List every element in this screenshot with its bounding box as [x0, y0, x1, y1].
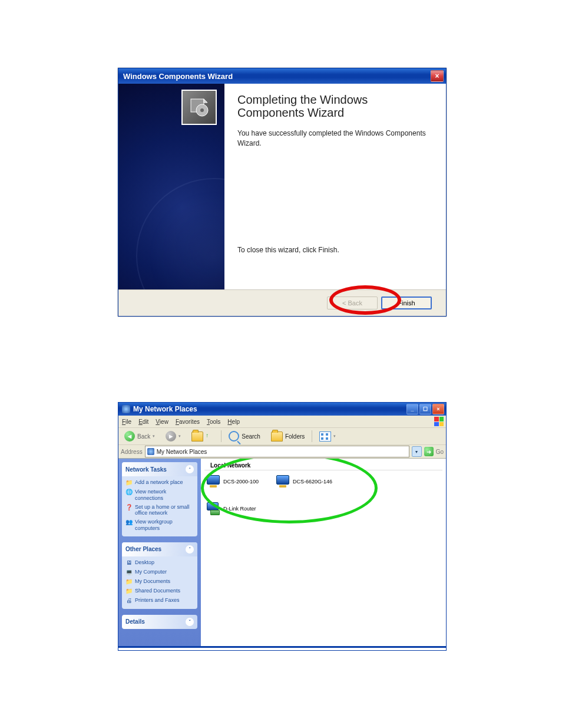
go-label[interactable]: Go: [436, 449, 444, 455]
menu-help[interactable]: Help: [227, 419, 240, 425]
desktop-icon: 🖥: [125, 559, 133, 566]
forward-button: ► ▾: [162, 430, 184, 443]
explorer-titlebar[interactable]: My Network Places _ ☐ ×: [118, 403, 446, 416]
menu-bar: File Edit View Favorites Tools Help: [118, 416, 446, 428]
chevron-up-icon: ˆ: [186, 465, 194, 473]
wizard-message: You have successfully completed the Wind…: [237, 129, 433, 149]
menu-file[interactable]: File: [122, 419, 131, 425]
menu-tools[interactable]: Tools: [207, 419, 220, 425]
wizard-body: Completing the Windows Components Wizard…: [118, 84, 446, 289]
wizard-title: Windows Components Wizard: [123, 72, 233, 81]
up-button[interactable]: ↑: [188, 430, 217, 443]
menu-edit[interactable]: Edit: [138, 419, 148, 425]
other-place-my-computer[interactable]: 💻 My Computer: [125, 569, 194, 576]
task-view-workgroup[interactable]: 👥 View workgroup computers: [125, 519, 194, 532]
network-device-item[interactable]: DCS-6620G-146: [276, 475, 332, 488]
content-section-title: Local Network: [204, 460, 442, 470]
folder-icon: [271, 431, 283, 442]
address-dropdown-icon[interactable]: ▾: [412, 446, 422, 457]
wizard-content: Completing the Windows Components Wizard…: [224, 84, 446, 289]
close-button[interactable]: ×: [432, 404, 444, 414]
shared-folder-icon: 📁: [125, 588, 133, 595]
setup-network-icon: ❓: [125, 504, 133, 511]
network-tasks-header[interactable]: Network Tasks ˆ: [122, 462, 197, 476]
wizard-button-bar: < Back Finish: [118, 289, 446, 316]
back-arrow-icon: ◄: [124, 431, 135, 442]
svg-point-3: [200, 108, 204, 112]
back-button: < Back: [327, 297, 378, 309]
other-places-header[interactable]: Other Places ˆ: [122, 542, 197, 556]
documents-icon: 📁: [125, 578, 133, 585]
router-icon: [207, 502, 220, 515]
other-place-printers[interactable]: 🖨 Printers and Faxes: [125, 597, 194, 604]
address-bar: Address My Network Places ▾ ➜ Go: [118, 445, 446, 459]
folder-up-icon: [191, 431, 203, 442]
menu-view[interactable]: View: [156, 419, 168, 425]
icon-list: DCS-2000-100 DCS-6620G-146 D-Link Router: [201, 474, 446, 516]
add-place-icon: 📁: [125, 479, 133, 486]
finish-button[interactable]: Finish: [381, 297, 432, 309]
printer-icon: 🖨: [125, 597, 133, 604]
network-device-icon: [276, 475, 289, 488]
views-button[interactable]: ▾: [316, 430, 339, 443]
maximize-button[interactable]: ☐: [419, 404, 431, 414]
task-view-connections[interactable]: 🌐 View network connections: [125, 489, 194, 502]
views-icon: [319, 431, 331, 442]
folders-button[interactable]: Folders: [267, 430, 308, 443]
computer-icon: 💻: [125, 569, 133, 576]
chevron-up-icon: ˆ: [186, 545, 194, 554]
search-button[interactable]: Search: [225, 430, 264, 443]
network-device-icon: [207, 475, 220, 488]
connections-icon: 🌐: [125, 489, 133, 496]
minimize-button[interactable]: _: [406, 404, 418, 414]
wizard-dialog: Windows Components Wizard × Completing t…: [118, 68, 447, 317]
other-places-panel: Other Places ˆ 🖥 Desktop 💻 My Computer 📁…: [122, 542, 197, 609]
other-place-desktop[interactable]: 🖥 Desktop: [125, 559, 194, 566]
wizard-titlebar[interactable]: Windows Components Wizard ×: [118, 68, 446, 84]
network-router-item[interactable]: D-Link Router: [207, 502, 440, 515]
toolbar: ◄ Back ▾ ► ▾ ↑ Search Folders ▾: [118, 428, 446, 445]
content-view: Local Network DCS-2000-100 DCS-6620G-146: [201, 459, 446, 646]
wizard-heading: Completing the Windows Components Wizard: [237, 93, 433, 119]
other-place-my-documents[interactable]: 📁 My Documents: [125, 578, 194, 585]
go-button-icon[interactable]: ➜: [424, 447, 434, 456]
svg-marker-1: [204, 99, 207, 103]
workgroup-icon: 👥: [125, 519, 133, 526]
network-tasks-panel: Network Tasks ˆ 📁 Add a network place 🌐 …: [122, 462, 197, 536]
details-panel: Details ˇ: [122, 615, 197, 629]
network-places-icon: [122, 405, 130, 413]
task-add-network-place[interactable]: 📁 Add a network place: [125, 479, 194, 486]
close-icon[interactable]: ×: [431, 70, 444, 82]
chevron-down-icon: ˇ: [186, 618, 194, 626]
up-arrow-icon: ↑: [206, 432, 214, 440]
details-header[interactable]: Details ˇ: [122, 615, 197, 629]
other-place-shared-documents[interactable]: 📁 Shared Documents: [125, 588, 194, 595]
wizard-sidebar: [118, 84, 224, 289]
explorer-window: My Network Places _ ☐ × File Edit View F…: [118, 402, 447, 651]
window-border-bottom: [118, 646, 446, 650]
network-places-icon: [147, 448, 154, 455]
menu-favorites[interactable]: Favorites: [176, 419, 200, 425]
back-button[interactable]: ◄ Back ▾: [121, 430, 158, 443]
side-panel: Network Tasks ˆ 📁 Add a network place 🌐 …: [118, 459, 201, 646]
task-setup-network[interactable]: ❓ Set up a home or small office network: [125, 504, 194, 517]
explorer-title: My Network Places: [133, 405, 197, 413]
windows-logo-icon: [434, 417, 444, 426]
wizard-close-hint: To close this wizard, click Finish.: [237, 246, 433, 254]
address-label: Address: [121, 449, 143, 455]
address-field[interactable]: My Network Places: [145, 446, 409, 457]
explorer-body: Network Tasks ˆ 📁 Add a network place 🌐 …: [118, 459, 446, 646]
package-cd-icon: [181, 90, 217, 125]
search-icon: [229, 431, 239, 442]
network-device-item[interactable]: DCS-2000-100: [207, 475, 259, 488]
forward-arrow-icon: ►: [166, 431, 176, 442]
